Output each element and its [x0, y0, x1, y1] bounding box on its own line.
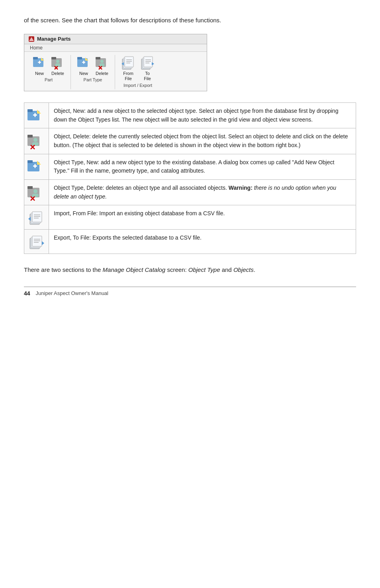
svg-rect-56 — [27, 186, 33, 189]
part-type-icons-row: New Delete — [76, 55, 109, 76]
toolbar-title-bar: Manage Parts — [24, 34, 207, 44]
part-type-group-label: Part Type — [84, 77, 102, 82]
toolbar-group-part-type: New Delete Part Type — [71, 55, 115, 89]
svg-marker-41 — [37, 110, 41, 114]
to-file-label: ToFile — [144, 71, 151, 81]
delete-part-label: Delete — [51, 71, 64, 76]
svg-point-46 — [33, 138, 37, 142]
svg-rect-45 — [27, 135, 33, 138]
new-object-icon-cell — [24, 102, 49, 128]
new-part-label: New — [35, 71, 44, 76]
svg-rect-51 — [27, 160, 33, 163]
page-footer: 44 Juniper Aspect Owner's Manual — [24, 287, 356, 297]
new-part-button[interactable]: New — [32, 55, 47, 76]
svg-rect-11 — [55, 63, 60, 67]
footer-paragraph: There are two sections to the Manage Obj… — [24, 265, 356, 274]
new-part-type-label: New — [79, 71, 88, 76]
to-file-icon-cell — [24, 230, 49, 254]
svg-point-57 — [33, 189, 37, 193]
table-row: Object, New: add a new object to the sel… — [24, 102, 356, 128]
svg-rect-47 — [32, 142, 39, 146]
from-file-description: Import, From File: Import an existing ob… — [49, 205, 356, 230]
svg-point-10 — [56, 60, 59, 63]
svg-rect-43 — [35, 113, 36, 117]
svg-rect-58 — [32, 194, 39, 197]
footer-italic-3: Objects — [233, 266, 254, 273]
table-row: Object Type, New: add a new object type … — [24, 154, 356, 179]
toolbar-group-part: New Delete Part — [27, 55, 71, 89]
svg-rect-54 — [35, 164, 36, 168]
description-table: Object, New: add a new object to the sel… — [24, 102, 356, 254]
delete-object-icon-cell — [24, 128, 49, 154]
delete-part-button[interactable]: Delete — [51, 55, 65, 76]
warning-bold: Warning: — [229, 185, 253, 191]
table-row: Export, To File: Exports the selected da… — [24, 230, 356, 254]
svg-rect-70 — [32, 236, 42, 246]
svg-rect-3 — [33, 57, 38, 59]
from-file-label: FromFile — [123, 71, 133, 81]
toolbar-title-icon — [28, 36, 35, 42]
manual-name: Juniper Aspect Owner's Manual — [36, 290, 108, 296]
warning-italic: there is no undo option when you delete … — [54, 185, 336, 200]
svg-rect-7 — [39, 61, 40, 64]
table-row: Object Type, Delete: deletes an object t… — [24, 180, 356, 205]
toolbar-title-text: Manage Parts — [37, 36, 71, 42]
to-file-button[interactable]: ToFile — [140, 55, 155, 81]
svg-rect-15 — [77, 57, 82, 59]
svg-marker-16 — [85, 57, 88, 61]
intro-paragraph: of the screen. See the chart that follow… — [24, 16, 356, 25]
svg-rect-20 — [96, 57, 100, 59]
page-number: 44 — [24, 290, 30, 297]
svg-rect-27 — [125, 57, 133, 67]
import-export-icons-row: FromFile ToFile — [121, 55, 155, 81]
table-row: Object, Delete: delete the currently sel… — [24, 128, 356, 154]
from-file-icon-cell — [24, 205, 49, 230]
delete-type-icon-cell — [24, 180, 49, 205]
footer-italic-2: Object Type — [188, 266, 220, 273]
toolbar-ribbon: Home — [24, 44, 207, 52]
toolbar-group-import-export: FromFile ToFile Import / — [115, 55, 161, 89]
new-object-description: Object, New: add a new object to the sel… — [49, 102, 356, 128]
part-icons-row: New Delete — [32, 55, 65, 76]
ribbon-label: Home — [30, 45, 43, 51]
svg-rect-34 — [144, 57, 153, 67]
svg-marker-52 — [37, 161, 41, 165]
svg-marker-4 — [41, 57, 44, 61]
new-type-icon-cell — [24, 154, 49, 179]
to-file-description: Export, To File: Exports the selected da… — [49, 230, 356, 254]
delete-part-type-label: Delete — [96, 71, 108, 76]
footer-italic-1: Manage Object Catalog — [103, 266, 166, 273]
svg-point-21 — [100, 60, 104, 63]
delete-object-description: Object, Delete: delete the currently sel… — [49, 128, 356, 154]
svg-marker-74 — [42, 241, 44, 245]
toolbar-container: Manage Parts Home New — [24, 34, 207, 91]
new-part-type-button[interactable]: New — [76, 55, 91, 76]
import-export-group-label: Import / Export — [123, 83, 152, 88]
from-file-button[interactable]: FromFile — [121, 55, 136, 81]
svg-marker-38 — [152, 62, 154, 65]
part-group-label: Part — [45, 77, 53, 82]
svg-rect-40 — [27, 109, 33, 112]
delete-part-type-button[interactable]: Delete — [95, 55, 109, 76]
svg-rect-18 — [83, 61, 84, 64]
toolbar-body: New Delete Part — [24, 52, 207, 91]
svg-rect-22 — [100, 63, 104, 67]
svg-rect-9 — [51, 57, 56, 59]
svg-rect-63 — [32, 212, 42, 222]
new-type-description: Object Type, New: add a new object type … — [49, 154, 356, 179]
svg-marker-67 — [28, 217, 31, 221]
table-row: Import, From File: Import an existing ob… — [24, 205, 356, 230]
delete-type-description: Object Type, Delete: deletes an object t… — [49, 180, 356, 205]
